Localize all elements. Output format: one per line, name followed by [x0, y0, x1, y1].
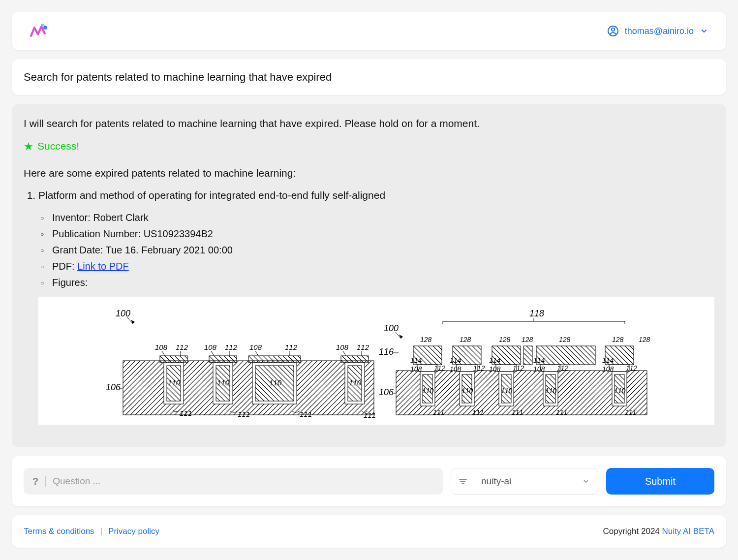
svg-text:114: 114 — [410, 356, 422, 364]
patent-details: Inventor: Robert Clark Publication Numbe… — [38, 210, 714, 290]
svg-text:128: 128 — [499, 336, 511, 343]
model-select[interactable]: nuity-ai — [451, 468, 598, 495]
svg-text:108: 108 — [249, 343, 262, 351]
svg-text:111: 111 — [512, 408, 523, 416]
svg-text:110: 110 — [168, 378, 181, 387]
svg-text:112: 112 — [357, 343, 369, 351]
svg-text:110: 110 — [269, 378, 282, 387]
svg-rect-14 — [209, 356, 237, 363]
svg-text:112: 112 — [473, 364, 485, 372]
query-text: Search for patents related to machine le… — [24, 71, 332, 83]
patent-figure-svg: 100 106 108 — [38, 297, 714, 425]
svg-text:108: 108 — [204, 343, 217, 351]
result-panel: I will search for patents related to mac… — [12, 104, 726, 447]
grant-row: Grant Date: Tue 16. February 2021 00:00 — [52, 243, 714, 257]
svg-rect-70 — [523, 346, 532, 365]
user-menu[interactable]: thomas@ainiro.io — [607, 25, 708, 38]
svg-rect-21 — [248, 356, 301, 363]
svg-text:108: 108 — [155, 343, 168, 351]
footer: Terms & conditions | Privacy policy Copy… — [12, 515, 726, 548]
svg-text:112: 112 — [285, 343, 298, 351]
svg-text:118: 118 — [529, 309, 544, 318]
svg-text:112: 112 — [225, 343, 238, 351]
star-icon: ★ — [24, 138, 33, 155]
filter-icon — [459, 479, 467, 484]
svg-rect-72 — [536, 346, 595, 365]
patent-item: Platform and method of operating for int… — [38, 187, 714, 429]
svg-text:112: 112 — [626, 364, 638, 372]
svg-text:128: 128 — [612, 336, 624, 343]
patent-title: Platform and method of operating for int… — [38, 187, 714, 203]
svg-text:108: 108 — [489, 365, 501, 373]
figures-row: Figures: — [52, 275, 714, 290]
header-bar: thomas@ainiro.io — [12, 12, 726, 50]
svg-text:108: 108 — [410, 365, 422, 373]
svg-text:111: 111 — [300, 410, 312, 418]
svg-text:114: 114 — [489, 356, 501, 364]
svg-text:112: 112 — [434, 364, 446, 372]
patent-figures: 100 106 108 — [38, 297, 714, 429]
result-intro: I will search for patents related to mac… — [24, 116, 714, 131]
svg-text:116: 116 — [379, 347, 394, 357]
footer-separator: | — [100, 525, 102, 538]
svg-text:106: 106 — [379, 387, 394, 397]
svg-text:110: 110 — [614, 387, 626, 395]
app-logo — [30, 23, 49, 39]
chevron-down-icon — [700, 27, 708, 35]
svg-rect-28 — [341, 356, 369, 363]
svg-text:112: 112 — [557, 364, 569, 372]
model-selected: nuity-ai — [481, 474, 582, 489]
svg-text:110: 110 — [422, 387, 434, 395]
svg-rect-5 — [123, 361, 374, 415]
svg-rect-7 — [160, 356, 187, 363]
submit-button[interactable]: Submit — [606, 468, 714, 495]
svg-text:111: 111 — [364, 411, 376, 419]
chevron-down-icon — [582, 477, 590, 485]
pdf-link[interactable]: Link to PDF — [77, 261, 128, 272]
patent-list: Platform and method of operating for int… — [24, 187, 714, 429]
svg-text:114: 114 — [533, 356, 545, 364]
svg-text:100: 100 — [116, 309, 130, 318]
svg-text:108: 108 — [336, 343, 349, 351]
success-label: Success! — [37, 138, 79, 154]
svg-text:108: 108 — [533, 365, 545, 373]
svg-text:128: 128 — [460, 336, 471, 343]
user-email: thomas@ainiro.io — [625, 25, 694, 38]
svg-point-1 — [41, 24, 44, 27]
footer-links: Terms & conditions | Privacy policy — [24, 525, 159, 538]
result-intro2: Here are some expired patents related to… — [24, 165, 714, 181]
svg-text:111: 111 — [472, 408, 484, 416]
svg-text:110: 110 — [501, 387, 513, 395]
svg-text:108: 108 — [450, 365, 461, 373]
svg-text:128: 128 — [522, 336, 533, 343]
input-divider — [45, 476, 46, 487]
svg-text:128: 128 — [559, 336, 571, 343]
svg-text:110: 110 — [217, 378, 230, 387]
svg-text:110: 110 — [349, 378, 362, 387]
svg-text:111: 111 — [556, 408, 567, 416]
svg-text:128: 128 — [639, 336, 650, 343]
query-display: Search for patents related to machine le… — [12, 59, 726, 95]
svg-text:112: 112 — [513, 364, 524, 372]
inventor-row: Inventor: Robert Clark — [52, 210, 714, 225]
question-input-wrap[interactable]: ? — [24, 468, 443, 495]
status-success: ★ Success! — [24, 138, 714, 155]
brand-link[interactable]: Nuity AI BETA — [662, 527, 714, 536]
svg-point-0 — [43, 26, 47, 30]
svg-text:111: 111 — [625, 408, 636, 416]
terms-link[interactable]: Terms & conditions — [24, 525, 94, 538]
svg-text:111: 111 — [238, 410, 250, 418]
svg-text:114: 114 — [450, 356, 461, 364]
pubnum-row: Publication Number: US10923394B2 — [52, 226, 714, 241]
select-divider — [474, 476, 474, 487]
svg-text:106: 106 — [106, 382, 121, 392]
question-input[interactable] — [53, 476, 434, 487]
privacy-link[interactable]: Privacy policy — [108, 525, 159, 538]
input-bar: ? nuity-ai Submit — [12, 456, 726, 506]
svg-text:112: 112 — [176, 343, 188, 351]
question-icon: ? — [32, 474, 38, 489]
svg-text:114: 114 — [602, 356, 614, 364]
footer-copyright: Copyright 2024 Nuity AI BETA — [603, 525, 714, 538]
svg-text:128: 128 — [420, 336, 432, 343]
svg-text:108: 108 — [602, 365, 614, 373]
